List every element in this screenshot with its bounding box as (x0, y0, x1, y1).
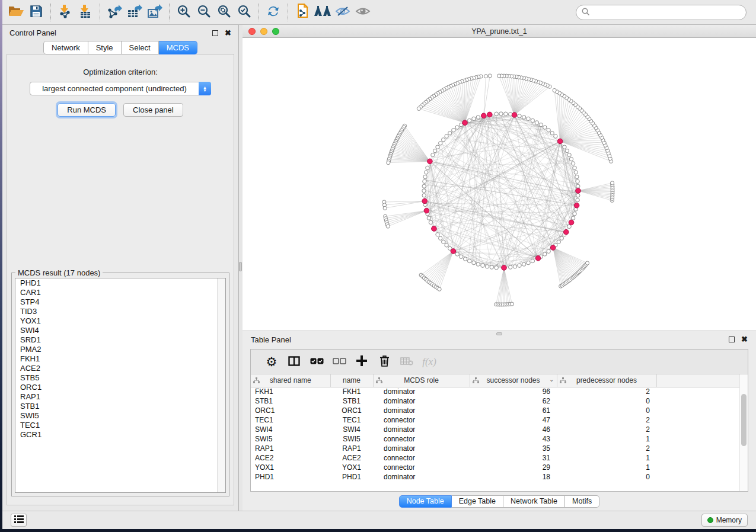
export-table-button[interactable] (125, 3, 145, 22)
window-zoom-button[interactable] (272, 28, 279, 35)
mcds-list-item[interactable]: STP4 (15, 297, 225, 307)
delete-table-icon (400, 357, 413, 367)
table-cell: dominator (373, 472, 470, 482)
new-network-from-selection-button[interactable] (292, 3, 312, 22)
delete-table-button[interactable] (395, 353, 418, 371)
close-panel-icon[interactable]: ✖ (225, 30, 231, 36)
window-minimize-button[interactable] (260, 28, 267, 35)
select-all-checkboxes-button[interactable] (305, 353, 328, 371)
table-cell: PHD1 (330, 472, 373, 482)
table-row[interactable]: FKH1FKH1dominator962 (251, 387, 748, 396)
mcds-list-item[interactable]: SRD1 (15, 335, 225, 345)
column-header-successor-nodes[interactable]: successor nodes⌄ (470, 374, 557, 387)
splitter-grip[interactable] (239, 262, 242, 271)
task-history-button[interactable] (11, 514, 27, 527)
panel-splitter[interactable] (238, 25, 243, 511)
float-panel-icon[interactable] (212, 30, 218, 36)
mcds-list-item[interactable]: PMA2 (15, 345, 225, 354)
mcds-list-item[interactable]: CAR1 (15, 288, 225, 297)
node-table-grid: shared namenameMCDS rolesuccessor nodes⌄… (251, 374, 748, 491)
zoom-out-button[interactable] (194, 3, 214, 22)
table-row[interactable]: YOX1YOX1connector291 (251, 463, 748, 472)
table-row[interactable]: ORC1ORC1dominator610 (251, 406, 748, 415)
tab-mcds[interactable]: MCDS (159, 41, 197, 55)
network-graph[interactable] (243, 38, 756, 331)
refresh-icon (266, 5, 280, 20)
float-table-panel-icon[interactable] (729, 336, 735, 342)
table-row[interactable]: TEC1TEC1connector472 (251, 415, 748, 425)
column-header-name[interactable]: name (330, 374, 373, 387)
settings-gear-button[interactable]: ⚙ (260, 353, 283, 371)
column-header-mcds-role[interactable]: MCDS role (373, 374, 470, 387)
close-panel-button[interactable]: Close panel (123, 103, 183, 117)
table-cell: 62 (470, 396, 557, 406)
mcds-list-item[interactable]: STB5 (15, 373, 225, 383)
zoom-in-button[interactable] (174, 3, 194, 22)
import-network-button[interactable] (55, 3, 75, 22)
mcds-list-item[interactable]: YOX1 (15, 316, 225, 326)
export-network-button[interactable] (104, 3, 125, 22)
mcds-list-item[interactable]: ORC1 (15, 383, 225, 392)
function-builder-button[interactable]: f(x) (418, 353, 441, 371)
mcds-list-item[interactable]: ACE2 (15, 364, 225, 373)
refresh-button[interactable] (263, 3, 283, 22)
tab-node-table[interactable]: Node Table (399, 495, 452, 508)
select-stepper-icon: ▲▼ (199, 82, 211, 95)
table-row[interactable]: RAP1RAP1dominator352 (251, 444, 748, 453)
memory-button[interactable]: Memory (701, 514, 748, 527)
table-row[interactable]: STB1STB1dominator620 (251, 396, 748, 406)
criterion-select[interactable]: largest connected component (undirected)… (30, 82, 211, 95)
table-cell: dominator (373, 425, 470, 434)
mcds-list-item[interactable]: TID3 (15, 307, 225, 316)
tab-select[interactable]: Select (122, 41, 159, 55)
table-row[interactable]: SWI4SWI4dominator462 (251, 425, 748, 434)
column-header-predecessor-nodes[interactable]: predecessor nodes (557, 374, 656, 387)
run-mcds-button[interactable]: Run MCDS (58, 103, 116, 117)
mcds-list-item[interactable]: GCR1 (15, 430, 225, 440)
table-cell: TEC1 (251, 415, 330, 425)
table-cell: YOX1 (251, 463, 330, 472)
control-panel-tabs: NetworkStyleSelectMCDS (43, 41, 197, 55)
column-header-shared-name[interactable]: shared name (251, 374, 330, 387)
memory-label: Memory (716, 516, 742, 524)
close-table-panel-icon[interactable]: ✖ (741, 336, 748, 342)
mcds-result-group: MCDS result (17 nodes) PHD1CAR1STP4TID3Y… (11, 273, 229, 496)
export-image-button[interactable] (145, 3, 165, 22)
binoculars-button[interactable] (312, 3, 333, 22)
import-table-button[interactable] (75, 3, 95, 22)
mcds-list-item[interactable]: PHD1 (15, 278, 225, 288)
tab-motifs[interactable]: Motifs (565, 495, 599, 508)
tab-network[interactable]: Network (43, 41, 88, 55)
table-row[interactable]: PHD1PHD1dominator180 (251, 472, 748, 482)
tab-style[interactable]: Style (88, 41, 122, 55)
add-column-button[interactable] (350, 353, 373, 371)
table-row[interactable]: ACE2ACE2connector311 (251, 453, 748, 463)
search-input[interactable] (592, 8, 741, 17)
table-row[interactable]: SWI5SWI5connector431 (251, 434, 748, 444)
mcds-result-list[interactable]: PHD1CAR1STP4TID3YOX1SWI4SRD1PMA2FKH1ACE2… (15, 278, 226, 493)
open-folder-button[interactable] (6, 3, 26, 22)
deselect-all-checkboxes-button[interactable] (328, 353, 350, 371)
delete-column-button[interactable] (373, 353, 395, 371)
save-floppy-button[interactable] (26, 3, 46, 22)
network-window-titlebar[interactable]: YPA_prune.txt_1 (243, 25, 756, 38)
zoom-selected-button[interactable] (234, 3, 254, 22)
mcds-list-item[interactable]: FKH1 (15, 354, 225, 364)
table-scrollbar[interactable] (739, 374, 748, 491)
table-scrollbar-thumb[interactable] (741, 394, 747, 446)
tab-network-table[interactable]: Network Table (503, 495, 565, 508)
mcds-list-item[interactable]: SWI5 (15, 411, 225, 421)
mcds-list-item[interactable]: STB1 (15, 402, 225, 411)
show-eye-button[interactable] (353, 3, 373, 22)
mcds-list-item[interactable]: SWI4 (15, 326, 225, 335)
window-close-button[interactable] (248, 28, 256, 35)
tab-edge-table[interactable]: Edge Table (452, 495, 503, 508)
split-panel-button[interactable] (283, 353, 305, 371)
hide-eye-button[interactable] (333, 3, 353, 22)
table-panel-grip[interactable] (496, 332, 502, 335)
zoom-fit-button[interactable] (214, 3, 234, 22)
mcds-list-item[interactable]: TEC1 (15, 421, 225, 430)
mcds-list-item[interactable]: RAP1 (15, 392, 225, 402)
list-scrollbar[interactable] (217, 278, 225, 492)
network-canvas[interactable] (243, 38, 756, 331)
